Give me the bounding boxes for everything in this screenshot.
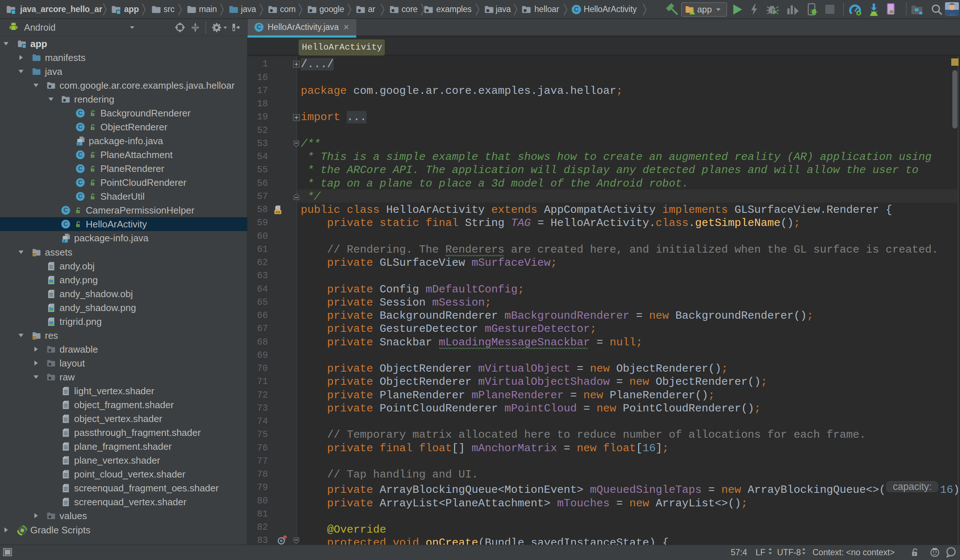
svg-text:<>: <>: [275, 210, 280, 214]
svg-text:C: C: [78, 123, 83, 130]
svg-text:C: C: [78, 152, 83, 158]
svg-text:J: J: [63, 240, 65, 243]
svg-text:C: C: [78, 109, 83, 117]
svg-text:C: C: [78, 193, 83, 200]
svg-text:J: J: [78, 142, 80, 146]
svg-text:T: T: [914, 552, 916, 556]
svg-text:C: C: [257, 23, 261, 30]
svg-text:C: C: [64, 221, 68, 228]
svg-text:C: C: [78, 165, 83, 172]
svg-text:C: C: [64, 207, 68, 214]
svg-text:C: C: [574, 5, 579, 13]
svg-text:C: C: [78, 179, 83, 186]
